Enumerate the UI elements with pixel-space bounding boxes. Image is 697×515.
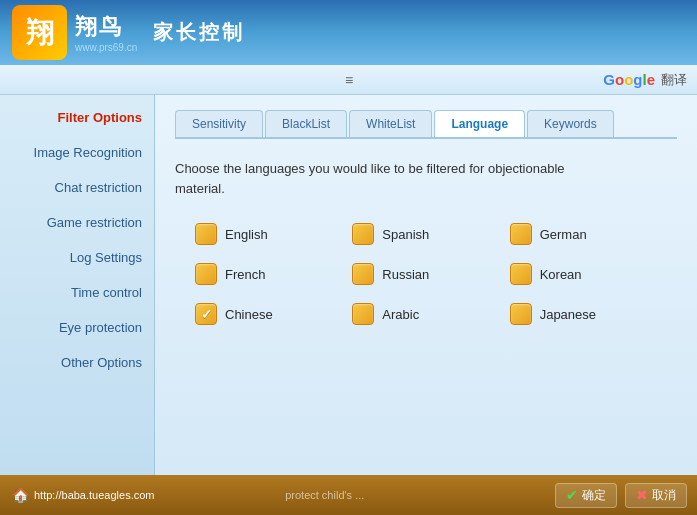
ok-icon: ✔ xyxy=(566,487,578,503)
google-translate-bar: Google 翻译 xyxy=(603,71,687,89)
app-title: 家长控制 xyxy=(153,19,245,46)
sidebar-item-game-restriction[interactable]: Game restriction xyxy=(0,205,154,240)
tab-bar: Sensitivity BlackList WhiteList Language… xyxy=(175,110,677,139)
logo-char: 翔 xyxy=(26,14,54,52)
home-icon: 🏠 xyxy=(12,487,29,503)
language-item-chinese[interactable]: Chinese xyxy=(195,303,342,325)
language-item-korean[interactable]: Korean xyxy=(510,263,657,285)
checkbox-arabic[interactable] xyxy=(352,303,374,325)
checkbox-russian[interactable] xyxy=(352,263,374,285)
footer-url-text: http://baba.tueagles.com xyxy=(34,489,154,501)
checkbox-japanese[interactable] xyxy=(510,303,532,325)
language-label-korean: Korean xyxy=(540,267,582,282)
footer-buttons: ✔ 确定 ✖ 取消 xyxy=(555,483,687,508)
language-item-english[interactable]: English xyxy=(195,223,342,245)
ok-label: 确定 xyxy=(582,487,606,504)
language-grid: English Spanish German French Russian xyxy=(175,223,677,325)
language-label-chinese: Chinese xyxy=(225,307,273,322)
app-header: 翔 翔鸟 www.prs69.cn 家长控制 xyxy=(0,0,697,65)
language-item-spanish[interactable]: Spanish xyxy=(352,223,499,245)
google-bar: ≡ Google 翻译 xyxy=(0,65,697,95)
checkbox-english[interactable] xyxy=(195,223,217,245)
tab-keywords[interactable]: Keywords xyxy=(527,110,614,137)
footer-center-text: protect child's ... xyxy=(285,489,364,501)
language-label-arabic: Arabic xyxy=(382,307,419,322)
language-item-french[interactable]: French xyxy=(195,263,342,285)
language-item-russian[interactable]: Russian xyxy=(352,263,499,285)
sidebar-item-time-control[interactable]: Time control xyxy=(0,275,154,310)
language-item-german[interactable]: German xyxy=(510,223,657,245)
footer-url-area: 🏠 http://baba.tueagles.com xyxy=(12,487,154,503)
sidebar-item-image-recognition[interactable]: Image Recognition xyxy=(0,135,154,170)
language-label-russian: Russian xyxy=(382,267,429,282)
ok-button[interactable]: ✔ 确定 xyxy=(555,483,617,508)
language-label-german: German xyxy=(540,227,587,242)
checkbox-german[interactable] xyxy=(510,223,532,245)
language-label-english: English xyxy=(225,227,268,242)
translate-label: 翻译 xyxy=(661,71,687,89)
sidebar-item-other-options[interactable]: Other Options xyxy=(0,345,154,380)
checkbox-korean[interactable] xyxy=(510,263,532,285)
footer: 🏠 http://baba.tueagles.com protect child… xyxy=(0,475,697,515)
brand-info: 翔鸟 www.prs69.cn xyxy=(75,12,137,53)
checkbox-french[interactable] xyxy=(195,263,217,285)
checkbox-chinese[interactable] xyxy=(195,303,217,325)
brand-url: www.prs69.cn xyxy=(75,42,137,53)
language-item-japanese[interactable]: Japanese xyxy=(510,303,657,325)
cancel-icon: ✖ xyxy=(636,487,648,503)
google-logo: Google xyxy=(603,71,655,88)
content-area: Sensitivity BlackList WhiteList Language… xyxy=(155,95,697,475)
language-item-arabic[interactable]: Arabic xyxy=(352,303,499,325)
tab-whitelist[interactable]: WhiteList xyxy=(349,110,432,137)
tab-language[interactable]: Language xyxy=(434,110,525,137)
tab-sensitivity[interactable]: Sensitivity xyxy=(175,110,263,137)
sidebar-item-chat-restriction[interactable]: Chat restriction xyxy=(0,170,154,205)
tab-blacklist[interactable]: BlackList xyxy=(265,110,347,137)
content-description: Choose the languages you would like to b… xyxy=(175,159,575,198)
checkbox-spanish[interactable] xyxy=(352,223,374,245)
language-label-french: French xyxy=(225,267,265,282)
app-logo: 翔 xyxy=(12,5,67,60)
sidebar-item-eye-protection[interactable]: Eye protection xyxy=(0,310,154,345)
hamburger-icon[interactable]: ≡ xyxy=(345,72,353,88)
brand-name: 翔鸟 xyxy=(75,12,137,42)
cancel-label: 取消 xyxy=(652,487,676,504)
sidebar-item-filter-options[interactable]: Filter Options xyxy=(0,100,154,135)
language-label-spanish: Spanish xyxy=(382,227,429,242)
main-layout: Filter Options Image Recognition Chat re… xyxy=(0,95,697,475)
language-label-japanese: Japanese xyxy=(540,307,596,322)
sidebar: Filter Options Image Recognition Chat re… xyxy=(0,95,155,475)
cancel-button[interactable]: ✖ 取消 xyxy=(625,483,687,508)
sidebar-item-log-settings[interactable]: Log Settings xyxy=(0,240,154,275)
